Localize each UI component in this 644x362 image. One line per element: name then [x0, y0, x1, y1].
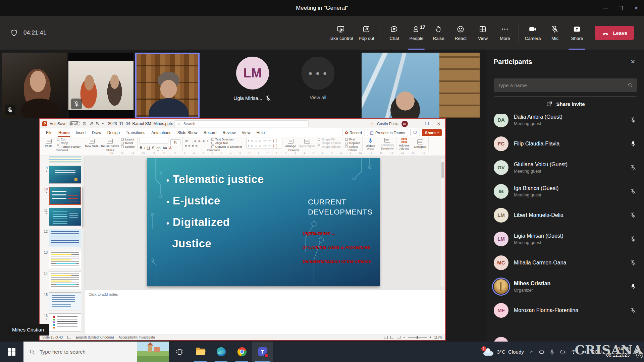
designer-button[interactable]: Designer: [414, 139, 426, 148]
participant-row[interactable]: LMLigia Mirisan (Guest)Meeting guest: [487, 227, 644, 251]
slide-thumbnail-14[interactable]: 14: [40, 271, 83, 290]
case-button[interactable]: Aa: [163, 146, 167, 150]
mic-muted-icon[interactable]: [630, 259, 637, 266]
mic-muted-icon[interactable]: [630, 307, 637, 314]
tab-review[interactable]: Review: [219, 129, 238, 136]
participant-row[interactable]: FCFilip Claudia-Flavia: [487, 132, 644, 156]
sensitivity-button[interactable]: Sensitivity: [380, 138, 394, 147]
mic-muted-icon[interactable]: [630, 164, 637, 171]
mic-tray-icon[interactable]: [549, 349, 555, 355]
teams-button[interactable]: T: [252, 342, 273, 362]
copy-button[interactable]: Copy: [57, 141, 81, 145]
toolbar-take-control-button[interactable]: Take control: [326, 16, 356, 50]
font-color-button[interactable]: A: [169, 146, 171, 150]
share-invite-button[interactable]: Share invite: [494, 97, 637, 111]
maximize-button[interactable]: [613, 0, 629, 16]
mic-muted-icon[interactable]: [630, 117, 637, 123]
tab-animations[interactable]: Animations: [148, 129, 174, 136]
tab-design[interactable]: Design: [104, 129, 123, 136]
qat-chevron-icon[interactable]: ▾: [102, 122, 104, 125]
wifi-tray-icon[interactable]: [571, 349, 577, 355]
slide-sorter-icon[interactable]: [390, 336, 394, 339]
notes-indicator-icon[interactable]: [67, 336, 71, 339]
slide-thumbnail-9[interactable]: 9★: [40, 166, 83, 184]
tab-draw[interactable]: Draw: [89, 129, 104, 136]
mic-on-icon[interactable]: [630, 283, 637, 290]
zoom-percent[interactable]: 117%: [434, 336, 442, 339]
layout-button[interactable]: Layout: [121, 138, 135, 141]
mic-muted-icon[interactable]: [630, 236, 637, 242]
video-tile-2[interactable]: [68, 53, 133, 118]
view-all-button[interactable]: ● ● ● View all: [288, 53, 348, 118]
select-button[interactable]: Select: [345, 145, 360, 148]
ppt-restore-button[interactable]: ❐: [423, 121, 431, 126]
shape-gallery[interactable]: \ ○ □ △ ⇨ ☆ { }\ ○ □ △ ⇨ ☆ { }: [246, 138, 282, 148]
font-name-select[interactable]: [140, 138, 168, 143]
strikethrough-button[interactable]: S: [152, 146, 154, 150]
participant-row[interactable]: MCMihaila Carmen-Oana: [487, 251, 644, 275]
start-button[interactable]: [0, 342, 23, 362]
participant-row[interactable]: MFMorozan Florina-Florentina: [487, 298, 644, 322]
zoom-slider[interactable]: [408, 337, 427, 338]
taskbar-clock[interactable]: 14:29 08.12.2023: [606, 346, 630, 358]
tab-help[interactable]: Help: [254, 129, 268, 136]
font-size-select[interactable]: 16: [170, 139, 180, 145]
leave-button[interactable]: Leave: [595, 26, 634, 40]
current-slide[interactable]: •Telematic justice•E-justice•Digitalized…: [147, 158, 380, 286]
slide-thumbnail-12[interactable]: 12: [40, 229, 83, 248]
paste-button[interactable]: Paste: [43, 139, 54, 148]
participant-row[interactable]: IBIga Bianca (Guest)Meeting guest: [487, 179, 644, 203]
arrange-button[interactable]: Arrange: [285, 139, 296, 148]
close-button[interactable]: ✕: [629, 0, 644, 16]
participant-row[interactable]: GVGiuliana Voicu (Guest)Meeting guest: [487, 156, 644, 179]
video-tile-active-speaker[interactable]: [135, 53, 200, 118]
slide-thumbnail-13[interactable]: 13: [40, 250, 83, 269]
present-in-teams-button[interactable]: ◫Present in Teams: [367, 129, 408, 136]
mic-on-icon[interactable]: [630, 140, 637, 147]
accessibility-status[interactable]: Accessibility: Investigate: [119, 336, 155, 339]
slide-thumbnail-11[interactable]: 11★: [40, 208, 83, 227]
normal-view-icon[interactable]: [384, 336, 388, 339]
tab-record[interactable]: Record: [201, 129, 220, 136]
format-painter-button[interactable]: Format Painter: [57, 145, 81, 148]
file-explorer-button[interactable]: [190, 342, 211, 362]
find-button[interactable]: Find: [345, 138, 360, 141]
bullets-button[interactable]: ≔: [185, 139, 189, 143]
new-slide-button[interactable]: New Slide: [85, 139, 99, 148]
notes-pane[interactable]: Click to add notes: [85, 289, 445, 335]
tab-slide-show[interactable]: Slide Show: [174, 129, 201, 136]
toolbar-share-button[interactable]: Share: [566, 16, 588, 50]
line-spacing-button[interactable]: ↕: [207, 139, 209, 143]
participant-row[interactable]: DADalia Ambra (Guest)Meeting guest: [487, 114, 644, 132]
convert-to-smartart-button[interactable]: Convert to SmartArt: [211, 145, 242, 148]
tab-home[interactable]: Home: [55, 129, 72, 136]
text-direction-button[interactable]: Text Direction: [211, 138, 242, 141]
chrome-button[interactable]: [231, 342, 252, 362]
office-search-box[interactable]: Search: [174, 120, 309, 127]
video-tile-1[interactable]: [2, 53, 67, 118]
camera-tray-icon[interactable]: [539, 349, 545, 355]
mic-muted-icon[interactable]: [630, 188, 637, 195]
search-highlights-image[interactable]: [137, 342, 169, 362]
tab-file[interactable]: File: [43, 129, 55, 136]
minimize-button[interactable]: [598, 0, 613, 16]
cut-button[interactable]: Cut: [57, 138, 81, 141]
edge-button[interactable]: [211, 342, 231, 362]
zoom-in-button[interactable]: +: [429, 336, 431, 339]
participant-row[interactable]: Mihes CristianOrganizer: [487, 275, 644, 298]
slide-thumbnail-partial[interactable]: [49, 156, 81, 163]
dictate-button[interactable]: Dictate: [365, 138, 376, 147]
add-ins-button[interactable]: Add-ins: [398, 138, 410, 147]
shape-outline-button[interactable]: Shape Outline: [318, 141, 341, 145]
reuse-slides-button[interactable]: Reuse Slides: [101, 139, 119, 148]
action-center-button[interactable]: 22: [634, 348, 641, 356]
video-tile-4[interactable]: [362, 53, 480, 118]
office-user-avatar[interactable]: CF: [401, 121, 408, 127]
windows-search-box[interactable]: [23, 342, 169, 362]
tab-insert[interactable]: Insert: [73, 129, 89, 136]
toolbar-camera-button[interactable]: Camera: [522, 16, 544, 50]
zoom-out-button[interactable]: −: [403, 336, 405, 339]
save-icon[interactable]: [83, 122, 87, 126]
language-status[interactable]: English (United Kingdom): [76, 336, 114, 339]
office-user-name[interactable]: Costin Focia: [377, 122, 398, 126]
